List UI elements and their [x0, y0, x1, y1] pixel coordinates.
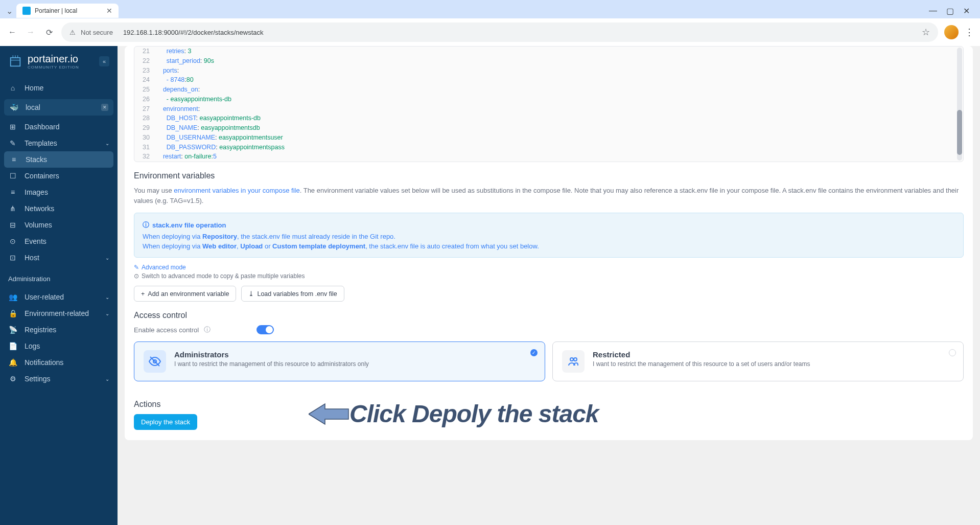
chevron-down-icon: ⌄ — [105, 141, 109, 146]
code-line: 30 DB_USERNAME: easyappointmentsuser — [134, 133, 963, 143]
env-close-icon[interactable]: ✕ — [101, 104, 108, 111]
nav-icon: ⊞ — [8, 123, 17, 131]
sidebar-item-templates[interactable]: ✎Templates⌄ — [0, 135, 118, 151]
close-window-icon[interactable]: ✕ — [963, 6, 970, 16]
docker-icon: 🐳 — [9, 103, 18, 111]
upload-icon: ⤓ — [248, 290, 254, 298]
radio-unselected-icon — [949, 349, 956, 356]
browser-chrome: ⌄ Portainer | local ✕ — ▢ ✕ ← → ⟳ ⚠ Not … — [0, 0, 980, 46]
sidebar-item-notifications[interactable]: 🔔Notifications — [0, 354, 118, 371]
advanced-mode-link[interactable]: ✎ Advanced mode — [134, 264, 964, 271]
code-line: 23 ports: — [134, 66, 963, 76]
sidebar-item-environment-related[interactable]: 🔒Environment-related⌄ — [0, 305, 118, 322]
code-line: 32 restart: on-failure:5 — [134, 152, 963, 162]
code-line: 26 - easyappointments-db — [134, 95, 963, 104]
compose-editor[interactable]: 21 retries: 322 start_period: 90s23 port… — [134, 46, 964, 162]
sidebar-item-user-related[interactable]: 👥User-related⌄ — [0, 289, 118, 305]
sidebar-item-events[interactable]: ⊙Events — [0, 233, 118, 249]
sidebar-item-home[interactable]: ⌂ Home — [0, 80, 118, 96]
favicon-icon — [22, 7, 31, 15]
sidebar-item-registries[interactable]: 📡Registries — [0, 322, 118, 338]
chevron-down-icon: ⌄ — [105, 294, 109, 300]
sidebar-item-networks[interactable]: ⋔Networks — [0, 200, 118, 217]
sidebar-label: Notifications — [25, 358, 63, 367]
sidebar-item-stacks[interactable]: ≡Stacks — [4, 151, 113, 168]
chevron-down-icon: ⌄ — [105, 376, 109, 382]
nav-icon: 🔔 — [8, 358, 17, 367]
access-card-restricted[interactable]: Restricted I want to restrict the manage… — [552, 341, 964, 381]
nav-icon: ⊡ — [8, 254, 17, 262]
profile-avatar[interactable] — [944, 25, 959, 39]
browser-menu-icon[interactable]: ⋮ — [965, 27, 974, 38]
card-desc: I want to restrict the management of thi… — [174, 360, 369, 368]
forward-button[interactable]: → — [25, 26, 37, 38]
card-title: Restricted — [593, 350, 810, 359]
sidebar-item-host[interactable]: ⊡Host⌄ — [0, 249, 118, 266]
close-tab-icon[interactable]: ✕ — [106, 7, 112, 15]
svg-rect-0 — [11, 58, 20, 66]
browser-tab[interactable]: Portainer | local ✕ — [16, 4, 119, 18]
back-button[interactable]: ← — [6, 26, 18, 38]
address-bar[interactable]: ⚠ Not secure 192.168.1.18:9000/#!/2/dock… — [61, 22, 938, 42]
sidebar-label: Home — [25, 84, 43, 92]
sidebar-label: Templates — [25, 139, 57, 147]
security-label: Not secure — [81, 29, 113, 36]
bookmark-icon[interactable]: ☆ — [922, 27, 930, 38]
editor-scrollbar[interactable] — [957, 48, 962, 161]
sidebar-label: Volumes — [25, 221, 52, 229]
access-control-toggle[interactable] — [256, 325, 274, 334]
nav-icon: 📄 — [8, 342, 17, 350]
advanced-mode-hint: ⊙ Switch to advanced mode to copy & past… — [134, 272, 964, 280]
sidebar-label: Images — [25, 188, 48, 196]
logo-text: portainer.io — [28, 53, 79, 65]
logo-edition: COMMUNITY EDITION — [28, 65, 79, 70]
load-env-file-button[interactable]: ⤓ Load variables from .env file — [241, 286, 344, 302]
radio-selected-icon: ✓ — [530, 349, 538, 356]
security-warning-icon: ⚠ — [69, 29, 76, 36]
nav-icon: 🔒 — [8, 309, 17, 317]
sidebar-label: User-related — [25, 293, 64, 301]
env-vars-description: You may use environment variables in you… — [134, 186, 964, 206]
code-line: 31 DB_PASSWORD: easyappointmentspass — [134, 143, 963, 152]
info-icon: ⓘ — [143, 220, 149, 230]
access-control-title: Access control — [134, 311, 964, 320]
portainer-logo-icon — [8, 54, 22, 69]
nav-icon: ⋔ — [8, 204, 17, 213]
users-icon — [562, 350, 585, 373]
access-card-administrators[interactable]: Administrators I want to restrict the ma… — [134, 341, 545, 381]
sidebar-item-images[interactable]: ≡Images — [0, 184, 118, 200]
code-line: 25 depends_on: — [134, 85, 963, 95]
sidebar-item-containers[interactable]: ☐Containers — [0, 168, 118, 184]
sidebar-item-dashboard[interactable]: ⊞Dashboard — [0, 119, 118, 135]
deploy-stack-button[interactable]: Deploy the stack — [134, 414, 197, 430]
sidebar-label: Host — [25, 254, 39, 262]
clock-icon: ⊙ — [134, 272, 139, 280]
nav-icon: ⚙ — [8, 375, 17, 383]
help-icon[interactable]: ⓘ — [204, 325, 211, 334]
reload-button[interactable]: ⟳ — [43, 26, 55, 38]
sidebar-collapse-button[interactable]: « — [99, 56, 109, 66]
svg-point-8 — [574, 358, 577, 361]
card-title: Administrators — [174, 350, 369, 359]
sidebar-item-logs[interactable]: 📄Logs — [0, 338, 118, 354]
sidebar-item-volumes[interactable]: ⊟Volumes — [0, 217, 118, 233]
admin-section-label: Administration — [0, 269, 118, 286]
tab-dropdown-icon[interactable]: ⌄ — [4, 6, 14, 16]
env-name: local — [26, 103, 40, 111]
sidebar-item-settings[interactable]: ⚙Settings⌄ — [0, 371, 118, 387]
code-line: 28 DB_HOST: easyappointments-db — [134, 113, 963, 123]
add-env-var-button[interactable]: + Add an environment variable — [134, 286, 236, 302]
home-icon: ⌂ — [8, 84, 17, 92]
sidebar-label: Dashboard — [25, 123, 60, 131]
sidebar-label: Events — [25, 237, 46, 245]
chevron-down-icon: ⌄ — [105, 255, 109, 261]
nav-icon: 👥 — [8, 293, 17, 301]
nav-icon: ≡ — [9, 155, 18, 164]
minimize-icon[interactable]: — — [929, 6, 937, 16]
nav-icon: 📡 — [8, 326, 17, 334]
sidebar-environment[interactable]: 🐳 local ✕ — [4, 99, 113, 116]
env-vars-link[interactable]: environment variables in your compose fi… — [174, 187, 299, 194]
nav-icon: ⊙ — [8, 237, 17, 245]
maximize-icon[interactable]: ▢ — [946, 6, 954, 16]
sidebar-label: Containers — [25, 172, 59, 180]
